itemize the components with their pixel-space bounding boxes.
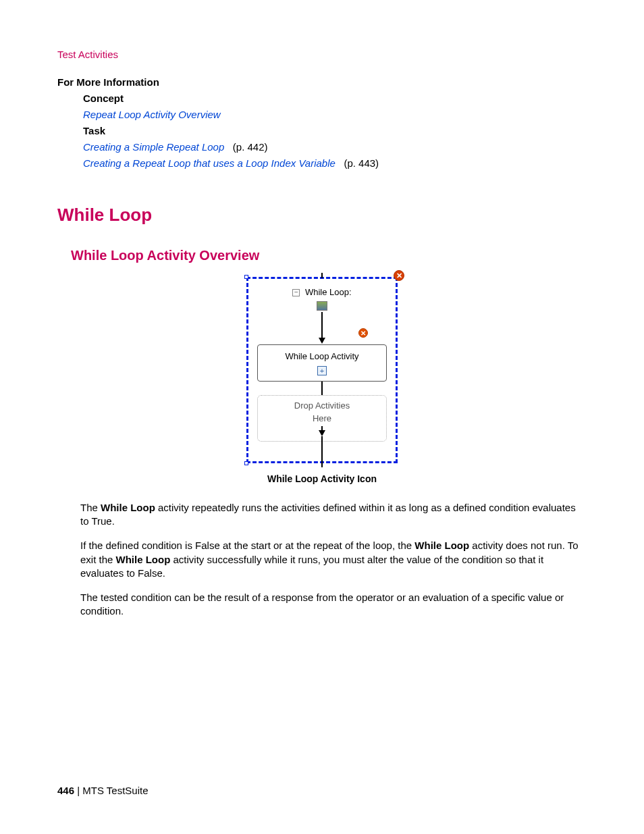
activity-label: While Loop Activity xyxy=(261,350,383,363)
paragraph-1: The While Loop activity repeatedly runs … xyxy=(57,501,587,529)
activity-box[interactable]: While Loop Activity + xyxy=(257,344,387,381)
drop-zone[interactable]: Drop Activities Here xyxy=(257,395,387,441)
concept-link[interactable]: Repeat Loop Activity Overview xyxy=(83,107,587,122)
resize-handle-bl[interactable] xyxy=(244,461,248,465)
bottom-connector xyxy=(321,462,323,467)
product-name: MTS TestSuite xyxy=(82,785,148,796)
paragraph-2: If the defined condition is False at the… xyxy=(57,539,587,580)
task-label: Task xyxy=(83,124,587,138)
figure-caption: While Loop Activity Icon xyxy=(57,473,587,486)
flow-line-2 xyxy=(321,382,323,395)
top-connector xyxy=(321,273,323,278)
flow-line-4 xyxy=(321,436,323,462)
flow-line-1 xyxy=(321,312,323,339)
task-link-0-text: Creating a Simple Repeat Loop xyxy=(83,141,224,153)
collapse-icon[interactable]: − xyxy=(292,289,300,296)
task-link-1-page: (p. 443) xyxy=(338,157,379,169)
task-link-1-text: Creating a Repeat Loop that uses a Loop … xyxy=(83,157,336,169)
drop-text-1: Drop Activities xyxy=(261,400,383,412)
drop-text-2: Here xyxy=(261,413,383,425)
while-loop-diagram: ✕ − While Loop: ✕ While Loop Activity + … xyxy=(246,277,398,463)
page-number: 446 xyxy=(57,785,74,796)
task-link-0[interactable]: Creating a Simple Repeat Loop (p. 442) xyxy=(83,140,587,154)
task-link-0-page: (p. 442) xyxy=(227,141,267,153)
resize-handle-tl[interactable] xyxy=(244,275,248,279)
diagram-title: − While Loop: xyxy=(246,286,398,298)
fmi-heading: For More Information xyxy=(57,75,587,89)
page-footer: 446 | MTS TestSuite xyxy=(57,783,149,798)
arrowhead-2 xyxy=(319,430,325,436)
breadcrumb-link[interactable]: Test Activities xyxy=(57,47,587,61)
task-link-1[interactable]: Creating a Repeat Loop that uses a Loop … xyxy=(83,156,587,170)
expand-icon[interactable]: + xyxy=(317,366,327,375)
close-icon[interactable]: ✕ xyxy=(394,270,404,281)
activity-type-icon xyxy=(317,301,327,311)
paragraph-3: The tested condition can be the result o… xyxy=(57,591,587,619)
diagram-title-text: While Loop: xyxy=(305,287,352,297)
diagram-container: ✕ − While Loop: ✕ While Loop Activity + … xyxy=(57,277,587,463)
arrowhead-1 xyxy=(319,338,325,344)
concept-label: Concept xyxy=(83,91,587,105)
heading-overview: While Loop Activity Overview xyxy=(57,246,587,265)
heading-while-loop: While Loop xyxy=(57,203,587,227)
